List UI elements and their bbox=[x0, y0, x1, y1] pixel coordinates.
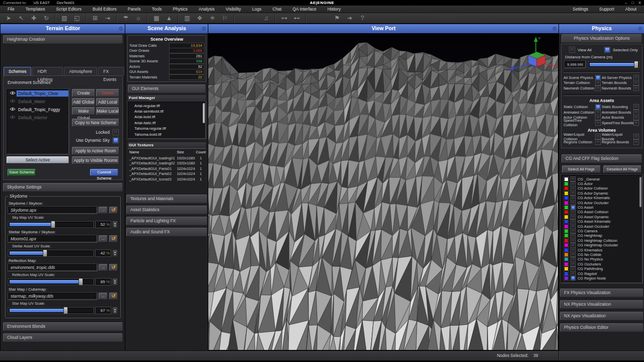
physics-header[interactable]: Physics ⚙ bbox=[559, 24, 644, 34]
selected-only-checkbox[interactable] bbox=[605, 47, 610, 52]
flag-checkbox[interactable] bbox=[571, 276, 575, 280]
flag-checkbox[interactable] bbox=[571, 262, 575, 266]
menu-item-script-editors[interactable]: Script Editors bbox=[50, 6, 87, 13]
scheme-item[interactable]: Default_Water bbox=[7, 98, 68, 106]
copy-to-new-scheme-button[interactable]: Copy to New Scheme bbox=[72, 119, 119, 127]
library-icon[interactable]: ▥ bbox=[183, 14, 191, 23]
section-textures-and-materials[interactable]: Textures and Materials bbox=[126, 195, 207, 203]
flag-row[interactable]: CG Asset bbox=[561, 205, 642, 210]
actor-query-icon[interactable]: ? bbox=[358, 14, 366, 23]
toggle-checkbox[interactable] bbox=[596, 75, 600, 80]
flag-row[interactable]: CG Kinematics bbox=[561, 247, 642, 252]
flag-checkbox[interactable] bbox=[571, 229, 575, 233]
browse-button[interactable]: ... bbox=[99, 264, 108, 271]
scheme-item[interactable]: Default_Tropic_Clear bbox=[7, 89, 68, 98]
section-heightmap-creation[interactable]: Heightmap Creation bbox=[3, 35, 123, 44]
section-fx-physics-visualization[interactable]: FX Physics Visualization bbox=[560, 289, 643, 297]
section-physics-collision-editor[interactable]: Physics Collision Editor bbox=[560, 323, 643, 332]
font-list-item[interactable]: Arial-italic.tff bbox=[128, 120, 205, 126]
tab-schemes[interactable]: Schemes bbox=[4, 67, 31, 75]
toggle-checkbox[interactable] bbox=[596, 110, 600, 115]
flag-row[interactable]: CG Ragdoll bbox=[561, 271, 642, 276]
toggle-checkbox[interactable] bbox=[596, 105, 600, 109]
flag-checkbox[interactable] bbox=[571, 215, 575, 219]
flag-row[interactable]: CG Asset Dynamic bbox=[561, 215, 642, 219]
section-asset-statistics[interactable]: Asset Statistics bbox=[126, 206, 207, 214]
menu-item-history[interactable]: History bbox=[322, 6, 346, 13]
texture-row[interactable]: _APXDefaultGUI_loading011920x10801 bbox=[128, 155, 206, 161]
asset-basket-icon[interactable]: ▦ bbox=[152, 14, 160, 23]
apply-to-active-room-button[interactable]: Apply to Active Room bbox=[72, 147, 119, 155]
locked-checkbox[interactable] bbox=[113, 130, 118, 135]
font-list-item[interactable]: Tahoma-regular.tff bbox=[128, 126, 205, 131]
select-active-button[interactable]: Select Active bbox=[7, 156, 69, 163]
section-cloud-layers[interactable]: Cloud Layers bbox=[3, 333, 123, 342]
flag-row[interactable]: CG Asset Occluder bbox=[561, 224, 642, 228]
toggle-checkbox[interactable] bbox=[634, 121, 638, 125]
use-dynamic-sky-checkbox[interactable] bbox=[113, 138, 118, 143]
viewport-3d-view[interactable] bbox=[208, 33, 559, 351]
align-icon[interactable]: ⇥ bbox=[104, 14, 112, 23]
marquee-select-icon[interactable]: ▧ bbox=[60, 14, 68, 23]
toggle-checkbox[interactable] bbox=[634, 140, 638, 144]
minimize-button[interactable]: – bbox=[625, 1, 627, 5]
font-list[interactable]: Arial-regular.tffArial-semibold.tffArial… bbox=[128, 102, 206, 139]
terrain-editor-header[interactable]: Terrain Editor ⚙ bbox=[1, 24, 125, 34]
scheme-item[interactable]: Default_Interior bbox=[7, 114, 68, 122]
scale-icon[interactable]: ◱ bbox=[73, 14, 81, 23]
flag-checkbox[interactable] bbox=[571, 272, 575, 276]
visibility-eye-icon[interactable] bbox=[7, 107, 17, 112]
menu-item-qa-interface[interactable]: QA Interface bbox=[287, 6, 321, 13]
unlink-icon[interactable]: ⊷ bbox=[293, 14, 301, 23]
font-list-item[interactable]: Arial-bold.tff bbox=[128, 114, 205, 120]
texture-row[interactable]: _APXDefaultGUI_Parts011024x10241 bbox=[128, 166, 206, 171]
section-physics-visualization-options[interactable]: Physics Visualization Options bbox=[561, 34, 642, 43]
scale-value-box[interactable]: 67 % bbox=[95, 307, 111, 314]
browse-button[interactable]: ... bbox=[99, 207, 108, 214]
menu-item-analysis[interactable]: Analysis bbox=[193, 6, 220, 13]
font-list-item[interactable]: Arial-regular.tff bbox=[128, 103, 205, 109]
toggle-checkbox[interactable] bbox=[596, 121, 600, 125]
menu-item-chat[interactable]: Chat bbox=[267, 6, 287, 13]
menu-item-physics[interactable]: Physics bbox=[168, 6, 193, 13]
flag-checkbox[interactable] bbox=[571, 206, 575, 210]
undo-icon[interactable]: ↺ bbox=[109, 293, 118, 300]
texture-row[interactable]: _APXDefaultGUI_Icons011024x10241 bbox=[128, 176, 206, 182]
delete-button[interactable]: Delete bbox=[96, 89, 119, 97]
asset-file-input[interactable] bbox=[8, 235, 97, 242]
tab-atmosphere[interactable]: Atmosphere bbox=[64, 67, 97, 75]
flag-row[interactable]: CG Occluders bbox=[561, 262, 642, 266]
gear-icon[interactable]: ⚙ bbox=[552, 25, 557, 33]
apply-to-visible-rooms-button[interactable]: Apply to Visible Rooms bbox=[72, 156, 119, 164]
select-all-flags-button[interactable]: Select All Flags bbox=[562, 165, 601, 173]
scale-value-box[interactable]: 42 % bbox=[95, 249, 111, 257]
viewport-header[interactable]: View Port ⚙ bbox=[208, 24, 559, 34]
asset-file-input[interactable] bbox=[8, 293, 97, 300]
maximize-button[interactable]: □ bbox=[631, 1, 634, 5]
actor-flag-icon[interactable]: ⚑ bbox=[333, 14, 341, 23]
uv-scale-slider[interactable] bbox=[9, 308, 93, 313]
add-global-button[interactable]: Add Global bbox=[72, 98, 95, 106]
visibility-eye-icon[interactable] bbox=[7, 115, 17, 120]
tab-fx-events[interactable]: FX Events bbox=[98, 67, 124, 75]
network-icon[interactable]: ✳ bbox=[208, 14, 216, 23]
scheme-item[interactable]: Default_Tropic_Foggy bbox=[7, 106, 68, 114]
uv-scale-slider[interactable] bbox=[9, 222, 93, 227]
flag-checkbox[interactable] bbox=[571, 182, 575, 186]
toggle-checkbox[interactable] bbox=[596, 86, 600, 90]
toggle-checkbox[interactable] bbox=[634, 134, 638, 139]
flag-row[interactable]: CG Asset Kinematic bbox=[561, 219, 642, 224]
flag-checkbox[interactable] bbox=[571, 234, 575, 238]
spinner-arrows-icon[interactable]: ▲▼ bbox=[112, 278, 118, 286]
menu-item-visibility[interactable]: Visibility bbox=[220, 6, 247, 13]
gear-icon[interactable]: ⚙ bbox=[201, 25, 206, 33]
add-local-button[interactable]: Add Local bbox=[96, 98, 119, 106]
section-skydome-settings[interactable]: Skydome Settings bbox=[3, 183, 123, 192]
gear-icon[interactable]: ⚙ bbox=[118, 25, 123, 33]
flag-checkbox[interactable] bbox=[571, 201, 575, 205]
scale-value-box[interactable]: 52 % bbox=[95, 221, 111, 228]
distance-slider[interactable] bbox=[589, 62, 639, 67]
menu-item-logs[interactable]: Logs bbox=[247, 6, 267, 13]
asset-file-input[interactable] bbox=[8, 207, 97, 214]
flag-row[interactable]: CG No Physics bbox=[561, 257, 642, 261]
